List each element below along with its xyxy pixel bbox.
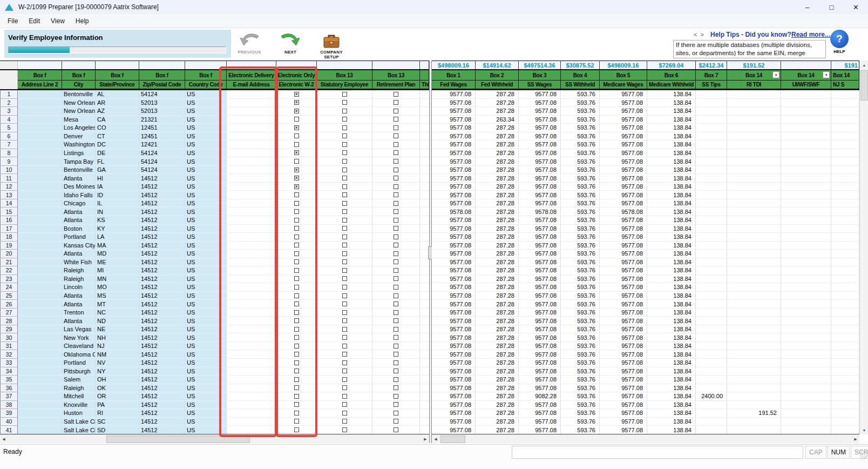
cell-fed-wages[interactable]: 9577.08 <box>432 199 476 208</box>
cell-fed-wages[interactable]: 9577.08 <box>432 225 476 233</box>
cell-ss-withheld[interactable]: 593.76 <box>561 157 600 166</box>
cell-fed-wages[interactable]: 9577.08 <box>432 191 476 199</box>
checkbox-unchecked[interactable] <box>394 377 398 382</box>
cell-ss-wages[interactable]: 9577.08 <box>519 367 561 376</box>
cell-fed-withheld[interactable]: 287.28 <box>476 333 519 342</box>
cell-statutory-employee[interactable] <box>317 166 372 175</box>
cell-ri-tdi[interactable] <box>727 350 781 359</box>
cell-fed-wages[interactable]: 9577.08 <box>432 309 476 317</box>
cell-email[interactable] <box>227 409 276 418</box>
cell-zip[interactable]: 14512 <box>139 333 185 342</box>
menu-help[interactable]: Help <box>70 15 94 27</box>
cell-ss-tips[interactable] <box>696 376 727 384</box>
cell-retirement-plan[interactable] <box>372 392 420 401</box>
cell-statutory-employee[interactable] <box>317 183 372 191</box>
cell-medicare-withheld[interactable]: 138.84 <box>647 309 696 317</box>
cell-ss-wages[interactable]: 9577.08 <box>519 233 561 242</box>
cell-statutory-employee[interactable] <box>317 99 372 108</box>
cell-state[interactable]: KY <box>96 225 139 233</box>
cell-electronic-w2[interactable] <box>276 350 317 359</box>
cell-ui-wf-swf[interactable] <box>781 166 831 175</box>
cell-fed-wages[interactable]: 9577.08 <box>432 283 476 292</box>
cell-email[interactable] <box>227 225 276 233</box>
cell-country[interactable]: US <box>185 233 227 242</box>
cell-city[interactable]: Trenton <box>62 309 96 317</box>
scroll-down-arrow-icon[interactable]: ▼ <box>860 426 868 434</box>
cell-address-line2[interactable] <box>18 99 62 108</box>
cell-ss-withheld[interactable]: 593.76 <box>561 183 600 191</box>
cell-medicare-wages[interactable]: 9577.08 <box>600 116 647 124</box>
checkbox-unchecked[interactable] <box>342 92 347 97</box>
cell-fed-wages[interactable]: 9577.08 <box>432 292 476 300</box>
cell-ss-wages[interactable]: 9577.08 <box>519 225 561 233</box>
cell-ui-wf-swf[interactable] <box>781 250 831 258</box>
cell-ui-wf-swf[interactable] <box>781 426 831 434</box>
cell-city[interactable]: Portland <box>62 233 96 242</box>
cell-ri-tdi[interactable] <box>727 216 781 225</box>
cell-ss-tips[interactable] <box>696 409 727 418</box>
cell-city[interactable]: Salem <box>62 376 96 384</box>
cell-city[interactable]: Cleaveland <box>62 342 96 351</box>
checkbox-unchecked[interactable] <box>294 117 299 122</box>
cell-third-party[interactable] <box>420 283 429 292</box>
checkbox-unchecked[interactable] <box>342 385 347 390</box>
cell-electronic-w2[interactable]: ✕ <box>276 166 317 175</box>
cell-statutory-employee[interactable] <box>317 174 372 183</box>
cell-statutory-employee[interactable] <box>317 376 372 384</box>
cell-medicare-wages[interactable]: 9577.08 <box>600 426 647 434</box>
cell-medicare-wages[interactable]: 9577.08 <box>600 376 647 384</box>
cell-fed-withheld[interactable]: 287.28 <box>476 191 519 199</box>
cell-ss-withheld[interactable]: 593.76 <box>561 116 600 124</box>
cell-fed-wages[interactable]: 9577.08 <box>432 242 476 250</box>
cell-country[interactable]: US <box>185 90 227 99</box>
cell-statutory-employee[interactable] <box>317 350 372 359</box>
cell-fed-withheld[interactable]: 287.28 <box>476 166 519 175</box>
cell-ri-tdi[interactable] <box>727 132 781 141</box>
cell-fed-withheld[interactable]: 287.28 <box>476 149 519 158</box>
cell-nj-s[interactable] <box>831 342 859 351</box>
cell-address-line2[interactable] <box>18 418 62 426</box>
cell-third-party[interactable] <box>420 350 429 359</box>
checkbox-unchecked[interactable] <box>342 100 347 105</box>
scroll-right-arrow-icon[interactable]: ▶ <box>852 435 859 444</box>
cell-email[interactable] <box>227 216 276 225</box>
cell-ss-tips[interactable] <box>696 283 727 292</box>
cell-fed-withheld[interactable]: 287.28 <box>476 157 519 166</box>
cell-medicare-wages[interactable]: 9577.08 <box>600 300 647 309</box>
checkbox-unchecked[interactable] <box>294 318 299 323</box>
cell-ui-wf-swf[interactable] <box>781 309 831 317</box>
cell-third-party[interactable] <box>420 317 429 325</box>
scroll-up-arrow-icon[interactable]: ▲ <box>860 61 868 69</box>
cell-nj-s[interactable] <box>831 149 859 158</box>
cell-medicare-wages[interactable]: 9578.08 <box>600 207 647 216</box>
cell-statutory-employee[interactable] <box>317 418 372 426</box>
checkbox-unchecked[interactable] <box>342 268 347 273</box>
cell-ss-tips[interactable] <box>696 90 727 99</box>
cell-state[interactable]: OR <box>96 392 139 401</box>
cell-ui-wf-swf[interactable] <box>781 401 831 410</box>
cell-zip[interactable]: 52013 <box>139 107 185 116</box>
checkbox-unchecked[interactable] <box>342 302 347 306</box>
cell-retirement-plan[interactable] <box>372 157 420 166</box>
checkbox-unchecked[interactable] <box>394 259 398 264</box>
cell-email[interactable] <box>227 359 276 367</box>
cell-nj-s[interactable] <box>831 174 859 183</box>
cell-ss-withheld[interactable]: 593.76 <box>561 292 600 300</box>
cell-zip[interactable]: 14512 <box>139 191 185 199</box>
cell-city[interactable]: Las Vegas <box>62 325 96 334</box>
cell-city[interactable]: Listings <box>62 149 96 158</box>
cell-address-line2[interactable] <box>18 350 62 359</box>
cell-ri-tdi[interactable] <box>727 199 781 208</box>
cell-ri-tdi[interactable] <box>727 207 781 216</box>
checkbox-unchecked[interactable] <box>394 419 398 424</box>
cell-medicare-withheld[interactable]: 138.84 <box>647 116 696 124</box>
cell-statutory-employee[interactable] <box>317 342 372 351</box>
cell-medicare-withheld[interactable]: 138.84 <box>647 166 696 175</box>
cell-fed-wages[interactable]: 9577.08 <box>432 384 476 393</box>
cell-city[interactable]: Atlanta <box>62 317 96 325</box>
cell-address-line2[interactable] <box>18 266 62 275</box>
checkbox-unchecked[interactable] <box>294 159 299 164</box>
checkbox-unchecked[interactable] <box>394 176 398 180</box>
cell-city[interactable]: Boston <box>62 225 96 233</box>
row-number[interactable]: 8 <box>0 149 18 158</box>
